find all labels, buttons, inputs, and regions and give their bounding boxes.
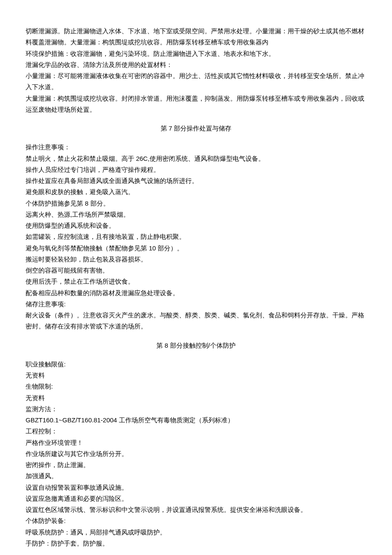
paragraph: 职业接触限值: [26,359,366,370]
paragraph: 远离火种、热源,工作场所严禁吸烟。 [26,209,366,220]
paragraph: 使用防爆型的通风系统和设备。 [26,220,366,231]
paragraph: 密闭操作，防止泄漏。 [26,459,366,471]
section-8-heading: 第 8 部分接触控制/个体防护 [26,340,366,351]
paragraph: 避免眼和皮肤的接触，避免吸入蒸汽。 [26,186,366,198]
paragraph: 倒空的容器可能残留有害物。 [26,265,366,276]
paragraph: 无资料 [26,370,366,381]
paragraph: 避免与氧化剂等禁配物接触（禁配物参见第 10 部分）。 [26,243,366,254]
paragraph: 无资料 [26,392,366,404]
paragraph: 搬运时要轻装轻卸，防止包装及容器损坏。 [26,254,366,265]
paragraph: 设置应急撤离通道和必要的泻险区。 [26,493,366,504]
paragraph: 如需罐装，应控制流速，且有接地装置，防止静电积聚。 [26,231,366,242]
paragraph: 环境保护措施：收容泄漏物，避免污染环境。防止泄漏物进入下水道、地表水和地下水。 [26,48,366,59]
section-8-body: 职业接触限值: 无资料 生物限制: 无资料 监测方法： GBZT160.1~GB… [26,359,366,549]
paragraph: 配备相应品种和数量的消防器材及泄漏应急处理设备。 [26,288,366,299]
paragraph: 切断泄漏源。防止泄漏物进入水体、下水道、地下室或受限空间。严禁用水处理。小量泄漏… [26,26,366,48]
paragraph: 生物限制: [26,381,366,392]
paragraph: 呼吸系统防护：通风，局部排气通风或呼吸防护。 [26,527,366,538]
section-6-continuation: 切断泄漏源。防止泄漏物进入水体、下水道、地下室或受限空间。严禁用水处理。小量泄漏… [26,26,366,115]
paragraph: 储存注意事项: [26,299,366,310]
paragraph: 手防护：防护手套。防护服。 [26,538,366,549]
paragraph: 加强通风。 [26,471,366,482]
paragraph: 作业场所建议与其它作业场所分开。 [26,448,366,459]
paragraph: 操作处置应在具备局部通风或全面通风换气设施的场所进行。 [26,175,366,186]
paragraph: 使用后洗手，禁止在工作场所进饮食。 [26,276,366,287]
paragraph: 个体防护措施参见第 8 部分。 [26,198,366,209]
paragraph: 小量泄漏：尽可能将泄漏液体收集在可密闭的容器中。用沙土、活性炭或其它惰性材料吸收… [26,70,366,93]
paragraph: 设置红色区域警示线、警示标识和中文警示说明，并设置通讯报警系统。提供安全淋浴和洗… [26,504,366,515]
paragraph: 操作注意事项： [26,142,366,153]
paragraph: GBZT160.1~GBZ/T160.81-2004 工作场所空气有毒物质测定（… [26,415,366,426]
paragraph: 监测方法： [26,404,366,415]
paragraph: 操作人员应经过专门培训，严格遵守操作规程。 [26,164,366,175]
paragraph: 严格作业环境管理！ [26,437,366,448]
paragraph: 耐火设备（条件）。注意收容灭火产生的废水。与酸类、醇类、胺类、碱类、氯化剂、食品… [26,310,366,332]
section-7-heading: 第 7 部分操作处置与储存 [26,123,366,134]
paragraph: 设置自动报警装置和事故通风设施。 [26,482,366,493]
paragraph: 禁止明火，禁止火花和禁止吸烟。高于 26C,使用密闭系统、通风和防爆型电气设备。 [26,153,366,164]
paragraph: 大量泄漏：构筑围堤或挖坑收容。封闭排水管道。用泡沫覆盖，抑制蒸发。用防爆泵转移至… [26,93,366,116]
section-7-body: 操作注意事项： 禁止明火，禁止火花和禁止吸烟。高于 26C,使用密闭系统、通风和… [26,142,366,332]
paragraph: 泄漏化学品的收容、清除方法及所使用的处置材料： [26,59,366,70]
paragraph: 工程控制： [26,426,366,437]
paragraph: 个体防护装备: [26,515,366,526]
